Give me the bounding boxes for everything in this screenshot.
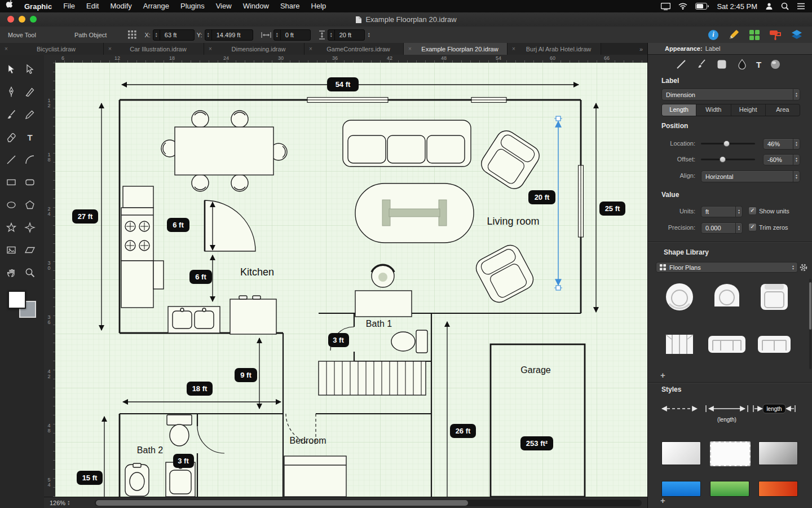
star-tool-icon[interactable] [3,221,19,234]
shear-tool-icon[interactable] [22,243,38,257]
image-tool-icon[interactable] [3,243,19,257]
x-stepper[interactable]: ▴▾ [153,30,160,40]
alignment-grid-icon[interactable] [128,30,136,39]
close-tab-icon[interactable]: × [512,46,518,52]
library-shape-tub-chair[interactable] [704,277,749,317]
horizontal-scrollbar[interactable] [95,500,642,506]
rectangle-tool-icon[interactable] [3,176,19,189]
zoom-stepper[interactable]: ▴▾ [68,500,69,506]
y-position-value[interactable]: 14.499 ft [212,32,245,38]
style-swatch-deckle[interactable] [710,441,751,466]
style-swatch-orange[interactable] [758,481,798,497]
menu-share[interactable]: Share [275,0,306,12]
menu-app-name[interactable]: Graphic [19,2,58,11]
apple-menu[interactable] [0,0,19,12]
library-shape-loveseat[interactable] [752,324,797,365]
style-swatch-white[interactable] [661,441,701,465]
grid-settings-button[interactable] [749,29,760,41]
menu-plugins[interactable]: Plugins [175,0,210,12]
brush-style-icon[interactable] [695,58,708,71]
knife-tool-icon[interactable] [22,85,38,99]
text-style-icon[interactable]: T [756,60,761,69]
tab-bicyclist[interactable]: ×Bicyclist.idraw [0,43,104,55]
style-plain-dimension[interactable] [704,403,749,414]
location-slider[interactable] [701,143,755,144]
zoom-window-button[interactable] [30,16,37,23]
wifi-icon[interactable] [678,3,687,10]
hand-tool-icon[interactable] [3,266,19,279]
arc-tool-icon[interactable] [22,153,38,167]
style-swatch-green[interactable] [710,481,749,497]
menu-view[interactable]: View [210,0,237,12]
location-stepper-field[interactable]: 46% ▴▾ [763,138,800,150]
notification-center-icon[interactable] [797,3,805,10]
segment-width[interactable]: Width [696,104,730,116]
battery-icon[interactable] [695,3,709,10]
offset-slider-thumb[interactable] [720,156,726,163]
label-type-dropdown[interactable]: Dimension ▴▾ [661,89,800,100]
align-dropdown[interactable]: Horizontal ▴▾ [701,170,800,182]
style-swatch-blue[interactable] [661,481,701,497]
trim-zeros-checkbox[interactable]: ✓ [748,223,757,231]
tab-dimensioning[interactable]: ×Dimensioning.idraw [204,43,304,55]
width-stepper[interactable]: ▴▾ [274,30,281,40]
user-icon[interactable] [765,2,773,10]
library-shape-dresser[interactable] [657,324,702,365]
stroke-style-icon[interactable] [675,58,687,71]
ellipse-tool-icon[interactable] [3,198,19,212]
tab-overflow-button[interactable]: » [635,43,647,55]
menu-window[interactable]: Window [237,0,275,12]
tab-burj-al-arab[interactable]: ×Burj Al Arab Hotel.idraw [508,43,601,55]
menu-file[interactable]: File [58,0,81,12]
menu-edit[interactable]: Edit [81,0,104,12]
polygon-tool-icon[interactable] [22,198,38,212]
close-tab-icon[interactable]: × [408,46,414,52]
location-slider-thumb[interactable] [723,141,730,147]
move-tool-icon[interactable] [3,63,19,76]
height-value[interactable]: 20 ft [335,32,356,38]
effects-sphere-icon[interactable] [769,58,782,71]
tab-gamecontrollers[interactable]: ×GameControllers.idraw [304,43,404,55]
height-field[interactable]: ▴▾ 20 ft [328,29,365,41]
units-stepper-field[interactable]: ft ▴▾ [701,206,743,217]
fill-color-swatch[interactable] [8,291,26,309]
width-value[interactable]: 0 ft [281,32,298,38]
spotlight-icon[interactable] [781,2,789,10]
x-position-field[interactable]: ▴▾ 63 ft [153,29,195,41]
brush-tool-icon[interactable] [3,108,19,121]
display-mirroring-icon[interactable] [661,3,670,10]
style-swatch-silver[interactable] [758,441,798,465]
shadow-style-icon[interactable] [736,58,748,71]
close-tab-icon[interactable]: × [309,46,315,52]
menu-clock[interactable]: Sat 2:45 PM [717,2,757,11]
add-style-button[interactable]: + [660,496,665,505]
close-window-button[interactable] [7,16,14,23]
segment-height[interactable]: Height [731,104,765,116]
pen-tool-icon[interactable] [3,85,19,99]
fill-style-icon[interactable] [716,58,728,71]
close-tab-icon[interactable]: × [108,46,114,52]
library-shape-sofa[interactable] [704,324,749,365]
floorplan-canvas[interactable]: 54 ft 27 ft 25 ft 20 ft 6 ft 6 ft 9 ft 1… [55,63,647,497]
pencil-tool-icon[interactable] [22,108,38,121]
rounded-rectangle-tool-icon[interactable] [22,176,38,189]
spiro-tool-icon[interactable] [22,221,38,234]
library-scrollbar-thumb[interactable] [809,282,811,330]
shape-library-dropdown[interactable]: Floor Plans ▴▾ [656,262,798,273]
offset-slider[interactable] [701,159,755,160]
close-tab-icon[interactable]: × [5,46,10,52]
library-shape-club-chair[interactable] [752,277,797,317]
offset-stepper-field[interactable]: -60% ▴▾ [763,154,800,165]
y-stepper[interactable]: ▴▾ [205,30,212,40]
layers-button[interactable] [791,29,803,41]
y-position-field[interactable]: ▴▾ 14.499 ft [205,29,253,41]
eraser-tool-icon[interactable] [3,130,19,144]
height-stepper[interactable]: ▴▾ [328,30,335,40]
fill-stroke-color-well[interactable] [8,291,36,318]
annotate-pencil-button[interactable] [727,29,740,41]
segment-length[interactable]: Length [662,104,696,116]
style-dashed-dimension[interactable] [657,403,702,414]
menu-modify[interactable]: Modify [104,0,137,12]
minimize-window-button[interactable] [19,16,25,23]
direct-select-tool-icon[interactable] [22,63,38,76]
